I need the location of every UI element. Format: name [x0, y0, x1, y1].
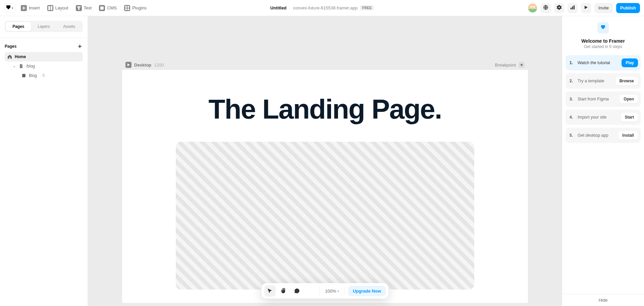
right-sidebar: Welcome to Framer Get started in 5 steps… [562, 16, 644, 306]
chart-icon [570, 5, 575, 11]
step-play-button[interactable]: Play [622, 58, 638, 67]
step-label: Import your site [578, 115, 606, 120]
plugins-menu[interactable]: Plugins [122, 4, 149, 12]
avatar[interactable] [528, 3, 537, 13]
step-label: Try a template [578, 79, 604, 83]
step-number: 4. [570, 115, 574, 120]
frame-device-label[interactable]: Desktop [134, 62, 151, 68]
plan-badge: FREE [360, 5, 374, 10]
zoom-value: 100% [325, 289, 336, 294]
page-count: · 5 [40, 73, 45, 78]
svg-rect-9 [572, 6, 573, 9]
svg-rect-5 [125, 8, 127, 10]
insert-menu[interactable]: Insert [19, 4, 42, 12]
home-icon [7, 54, 12, 59]
left-sidebar: Pages Layers Assets Pages Home ▸ /blog B… [0, 16, 88, 306]
settings-button[interactable] [554, 3, 564, 13]
page-item-home[interactable]: Home [5, 52, 83, 61]
canvas-area[interactable]: Desktop 1200 Breakpoint + The Landing Pa… [88, 16, 562, 306]
gear-icon [556, 5, 562, 11]
page-label: Home [15, 54, 26, 59]
step-1: 1. Watch the tutorial Play [566, 55, 641, 71]
dot-separator: · [289, 5, 290, 10]
collection-icon [21, 73, 26, 78]
add-breakpoint-button[interactable]: + [519, 62, 525, 68]
tab-pages[interactable]: Pages [6, 22, 31, 31]
invite-button[interactable]: Invite [594, 3, 613, 13]
text-menu[interactable]: Text [74, 4, 94, 12]
page-label: /blog [26, 64, 35, 69]
welcome-subtitle: Get started in 5 steps [584, 44, 622, 49]
comment-tool[interactable] [291, 285, 303, 297]
step-number: 5. [570, 133, 574, 138]
text-icon [76, 5, 82, 11]
page-label: Blog [29, 73, 37, 78]
divider [319, 287, 320, 295]
divider [0, 38, 88, 38]
plugins-icon [124, 5, 130, 11]
image-placeholder[interactable] [176, 142, 474, 290]
globe-button[interactable] [541, 3, 551, 13]
project-title[interactable]: Untitled [270, 5, 286, 10]
welcome-title: Welcome to Framer [581, 38, 625, 44]
headline-text[interactable]: The Landing Page. [142, 93, 508, 125]
layout-menu[interactable]: Layout [45, 4, 70, 12]
step-number: 2. [570, 79, 574, 83]
add-page-button[interactable] [77, 43, 83, 49]
tab-layers[interactable]: Layers [31, 22, 57, 31]
svg-rect-0 [48, 6, 50, 10]
step-number: 3. [570, 97, 574, 101]
step-label: Start from Figma [578, 97, 609, 101]
framer-logo-icon [6, 5, 10, 11]
step-2: 2. Try a template Browse [566, 73, 641, 89]
globe-icon [543, 5, 548, 11]
hide-sidebar-button[interactable]: Hide [562, 294, 644, 306]
plus-icon [21, 5, 27, 11]
page-icon [19, 64, 23, 69]
cms-menu[interactable]: CMS [97, 4, 119, 12]
frame-header: Desktop 1200 Breakpoint + [122, 60, 528, 70]
select-tool[interactable] [264, 285, 276, 297]
layout-icon [47, 5, 53, 11]
project-domain[interactable]: convex-future-615538.framer.app [293, 5, 358, 10]
plugins-label: Plugins [132, 5, 147, 10]
frame[interactable]: Desktop 1200 Breakpoint + The Landing Pa… [122, 60, 528, 303]
step-number: 1. [570, 60, 574, 65]
publish-button[interactable]: Publish [616, 3, 640, 13]
page-item-blog-collection[interactable]: Blog · 5 [5, 71, 83, 80]
canvas-toolbar: 100% ▾ Upgrade Now [262, 283, 388, 299]
page-item-blog[interactable]: ▸ /blog [5, 61, 83, 71]
frame-body[interactable]: The Landing Page. [122, 70, 528, 303]
frame-width[interactable]: 1200 [154, 62, 164, 68]
framer-menu-button[interactable]: ▾ [4, 3, 15, 13]
cms-icon [99, 5, 105, 11]
play-icon [584, 5, 588, 11]
dark-mode-toggle[interactable] [305, 285, 316, 297]
chevron-down-icon: ▾ [12, 6, 13, 10]
insert-label: Insert [29, 5, 40, 10]
step-open-button[interactable]: Open [620, 95, 638, 103]
preview-button[interactable] [581, 3, 591, 13]
svg-rect-1 [51, 6, 52, 10]
divider [344, 287, 345, 295]
step-label: Get desktop app [578, 133, 608, 138]
svg-rect-8 [571, 8, 572, 9]
frame-device-icon[interactable] [125, 62, 131, 68]
hand-tool[interactable] [278, 285, 289, 297]
sidebar-tabs: Pages Layers Assets [5, 21, 83, 32]
analytics-button[interactable] [568, 3, 578, 13]
step-install-button[interactable]: Install [618, 131, 638, 140]
step-3: 3. Start from Figma Open [566, 91, 641, 107]
zoom-selector[interactable]: 100% ▾ [323, 289, 341, 294]
step-start-button[interactable]: Start [621, 113, 638, 122]
step-5: 5. Get desktop app Install [566, 128, 641, 143]
breakpoint-label[interactable]: Breakpoint [495, 62, 516, 68]
step-browse-button[interactable]: Browse [615, 77, 638, 85]
text-label: Text [84, 5, 92, 10]
svg-rect-4 [127, 6, 129, 8]
step-label: Watch the tutorial [578, 60, 610, 65]
svg-rect-6 [127, 8, 129, 10]
tab-assets[interactable]: Assets [56, 22, 82, 31]
upgrade-button[interactable]: Upgrade Now [348, 286, 386, 296]
cms-label: CMS [107, 5, 117, 10]
